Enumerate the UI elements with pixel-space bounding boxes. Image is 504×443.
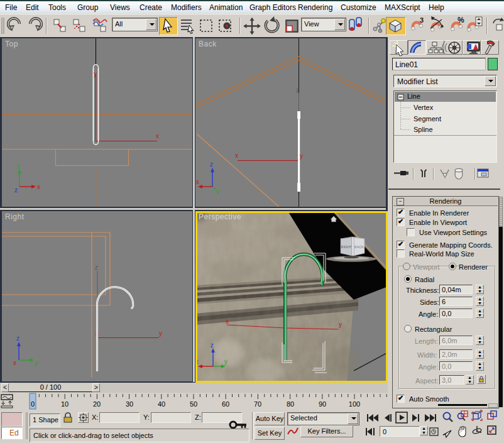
svg-text:x: x	[13, 359, 16, 366]
svg-text:40: 40	[158, 400, 165, 408]
svg-text:y: y	[35, 359, 38, 366]
svg-text:x: x	[156, 133, 159, 139]
svg-text:y: y	[17, 162, 20, 169]
svg-text:y: y	[224, 358, 227, 365]
svg-text:60: 60	[222, 400, 229, 408]
svg-text:y: y	[339, 321, 342, 328]
svg-text:3: 3	[420, 16, 424, 24]
svg-text:0: 0	[31, 400, 35, 408]
svg-text:90: 90	[319, 400, 326, 408]
svg-text:x: x	[37, 183, 40, 190]
svg-text:30: 30	[126, 400, 133, 408]
svg-text:RIGHT: RIGHT	[341, 245, 352, 249]
svg-text:y: y	[216, 188, 219, 195]
svg-text:80: 80	[287, 400, 294, 408]
svg-text:y: y	[94, 70, 97, 77]
svg-text:z: z	[210, 161, 213, 168]
svg-text:z: z	[296, 87, 299, 94]
svg-text:z: z	[16, 335, 19, 342]
svg-text:BACK: BACK	[354, 245, 364, 249]
svg-text:100: 100	[349, 400, 360, 408]
svg-text:50: 50	[190, 400, 197, 408]
svg-text:z: z	[14, 187, 18, 194]
svg-text:x: x	[196, 178, 199, 185]
svg-text:z: z	[211, 342, 214, 349]
svg-text:x: x	[235, 152, 238, 159]
svg-text:y: y	[159, 330, 162, 337]
svg-text:z: z	[95, 264, 98, 271]
svg-text:y: y	[300, 153, 303, 160]
svg-text:20: 20	[93, 400, 101, 408]
svg-text:x: x	[226, 318, 229, 325]
svg-text:%: %	[457, 16, 464, 25]
svg-text:10: 10	[61, 400, 68, 408]
svg-text:70: 70	[254, 400, 261, 408]
